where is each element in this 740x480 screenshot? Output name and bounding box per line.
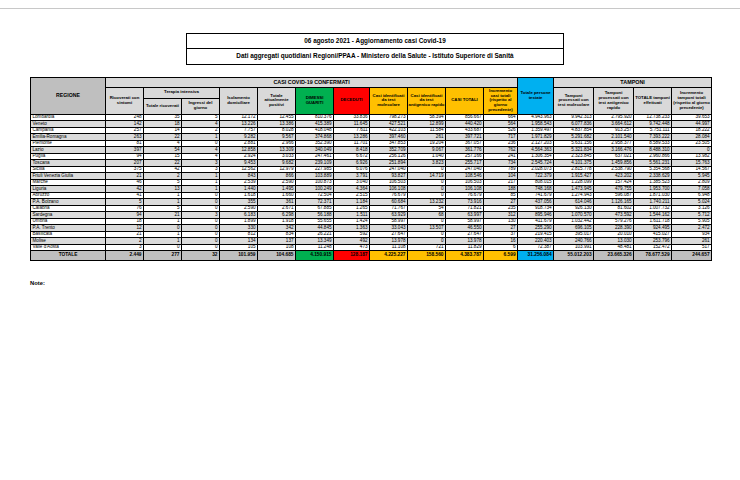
totals-label-cell: TOTALE	[31, 251, 106, 261]
col-header-casi-totali: CASI TOTALI	[446, 88, 484, 115]
col-header-totale-persone-testate: Totale persone testate	[518, 78, 554, 115]
col-header-casi-antigenico: Casi identificati da test antigenico rap…	[408, 88, 446, 115]
total-cell-incremento-tamponi: 244.657	[672, 251, 712, 261]
total-cell-incremento-casi: 6.599	[484, 251, 518, 261]
col-header-casi-molecolare: Casi identificati da test molecolare	[370, 88, 408, 115]
totals-row: TOTALE2.44927732101.959104.6854.150.9151…	[31, 251, 712, 261]
total-cell-terapia-intensiva-totale: 277	[144, 251, 182, 261]
total-cell-isolamento-domiciliare: 101.959	[220, 251, 258, 261]
col-header-deceduti: DECEDUTI	[334, 88, 370, 115]
col-header-incremento-casi: Incremento casi totali (rispetto al gior…	[484, 88, 518, 115]
page-top-rule	[0, 8, 740, 9]
col-header-positivi: Totale attualmente positivi	[258, 88, 296, 115]
group-header-casi-confermati: CASI COVID-19 CONFERMATI	[106, 78, 518, 88]
total-cell-casi-totali: 4.383.787	[446, 251, 484, 261]
col-header-ti-ingressi: Ingressi del giorno	[182, 98, 220, 114]
col-header-tamponi-totale: TOTALE tamponi effettuati	[634, 88, 672, 115]
col-header-tamponi-molecolare: Tamponi processati con test molecolare	[554, 88, 594, 115]
col-header-ti-totale: Totale ricoverati	[144, 98, 182, 114]
header-row-columns: Ricoverati con sintomi Terapia intensiva…	[31, 88, 712, 99]
note-label: Note:	[30, 280, 45, 286]
total-cell-totale-persone-testate: 31.256.084	[518, 251, 554, 261]
total-cell-terapia-intensiva-ingressi: 32	[182, 251, 220, 261]
col-header-dimessi-guariti: DIMESSI GUARITI	[296, 88, 334, 115]
col-header-regione: REGIONE	[31, 78, 106, 115]
total-cell-ricoverati-con-sintomi: 2.449	[106, 251, 144, 261]
covid-table-wrapper: REGIONE CASI COVID-19 CONFERMATI Totale …	[30, 77, 712, 261]
total-cell-tamponi-antigenico: 23.665.326	[594, 251, 634, 261]
title-box: 06 agosto 2021 - Aggiornamento casi Covi…	[186, 33, 564, 65]
group-header-tamponi: TAMPONI	[554, 78, 712, 88]
header-row-groups: REGIONE CASI COVID-19 CONFERMATI Totale …	[31, 78, 712, 88]
col-header-tamponi-antigenico: Tamponi processati con test antigenico r…	[594, 88, 634, 115]
col-header-ricoverati: Ricoverati con sintomi	[106, 88, 144, 115]
total-cell-dimessi-guariti: 4.150.915	[296, 251, 334, 261]
total-cell-casi-test-antigenico: 158.560	[408, 251, 446, 261]
total-cell-totale-attualmente-positivi: 104.685	[258, 251, 296, 261]
table-body: Lombardia24835512.17212.455810.37633.836…	[31, 114, 712, 260]
col-header-isolamento: Isolamento domiciliare	[220, 88, 258, 115]
total-cell-deceduti: 128.187	[334, 251, 370, 261]
col-header-incremento-tamponi: Incremento tamponi totali (rispetto al g…	[672, 88, 712, 115]
total-cell-tamponi-molecolare: 55.012.203	[554, 251, 594, 261]
total-cell-casi-test-molecolare: 4.225.227	[370, 251, 408, 261]
table-header: REGIONE CASI COVID-19 CONFERMATI Totale …	[31, 78, 712, 115]
title-date-line: 06 agosto 2021 - Aggiornamento casi Covi…	[187, 34, 563, 48]
covid-table: REGIONE CASI COVID-19 CONFERMATI Totale …	[30, 77, 712, 261]
total-cell-totale-tamponi: 78.677.529	[634, 251, 672, 261]
group-header-terapia-intensiva: Terapia intensiva	[144, 88, 220, 99]
title-source-line: Dati aggregati quotidiani Regioni/PPAA -…	[187, 48, 563, 63]
